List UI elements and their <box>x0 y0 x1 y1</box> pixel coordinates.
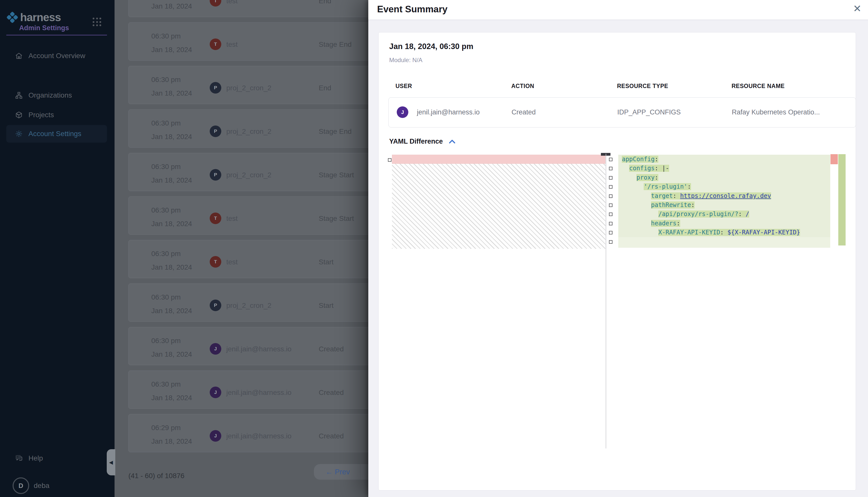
yaml-token: configs <box>629 165 655 172</box>
audit-row[interactable]: 06:29 pmJan 18, 2024Jjenil.jain@harness.… <box>128 414 381 452</box>
avatar: P <box>210 126 221 137</box>
module-subtitle: Admin Settings <box>19 24 69 32</box>
row-action: Created <box>319 345 344 353</box>
org-chart-icon <box>15 91 23 99</box>
sidebar-item-label: Projects <box>28 111 54 119</box>
audit-row[interactable]: 06:30 pmJan 18, 2024Jjenil.jain@harness.… <box>128 370 381 409</box>
diff-gutter-marker[interactable] <box>609 203 612 207</box>
yaml-link[interactable]: https://console.rafay.dev <box>680 193 771 199</box>
row-date: Jan 18, 2024 <box>151 263 192 271</box>
row-date: Jan 18, 2024 <box>151 89 192 97</box>
diff-gutter-marker[interactable] <box>609 158 612 161</box>
audit-row[interactable]: 06:30 pmJan 18, 2024TtestStage Start <box>128 196 381 235</box>
sidebar-item-account-settings[interactable]: Account Settings <box>6 125 107 143</box>
sidebar-item-account-overview[interactable]: Account Overview <box>6 47 107 65</box>
audit-row[interactable]: 06:30 pmJan 18, 2024Jjenil.jain@harness.… <box>128 327 381 365</box>
avatar: J <box>210 430 221 442</box>
audit-row[interactable]: 06:30 pmJan 18, 2024Pproj_2_cron_2End <box>128 66 381 104</box>
drawer-title: Event Summary <box>377 4 447 15</box>
yaml-token: |- <box>662 165 669 172</box>
avatar: T <box>210 256 221 268</box>
diff-added-line: appConfig: <box>618 155 830 164</box>
audit-row[interactable]: Jan 18, 2024TtestEnd <box>128 0 381 17</box>
audit-row[interactable]: 06:30 pmJan 18, 2024TtestStage End <box>128 23 381 61</box>
diff-gutter-marker[interactable] <box>609 176 612 180</box>
sidebar-item-help[interactable]: ? Help <box>6 450 107 467</box>
yaml-token: proxy <box>636 174 655 181</box>
avatar: T <box>210 213 221 224</box>
yaml-token: appConfig <box>622 156 655 163</box>
diff-added-line: pathRewrite: <box>618 200 830 210</box>
col-header-action: ACTION <box>511 83 534 89</box>
yaml-token: '/rs-plugin' <box>644 183 687 190</box>
diff-gutter-marker[interactable] <box>609 195 612 198</box>
diff-added-line: X-RAFAY-API-KEYID: ${X-RAFAY-API-KEYID} <box>618 228 830 237</box>
diff-added-line: '/rs-plugin': <box>618 182 830 191</box>
overview-ruler-removed-mark <box>830 154 838 164</box>
diff-gutter-marker[interactable] <box>609 185 612 189</box>
diff-gutter-marker[interactable] <box>609 222 612 225</box>
row-date: Jan 18, 2024 <box>151 220 192 228</box>
audit-row[interactable]: 06:30 pmJan 18, 2024Pproj_2_cron_2Stage … <box>128 153 381 191</box>
diff-gutter-marker[interactable] <box>388 158 391 162</box>
row-time: 06:30 pm <box>151 119 181 127</box>
sidebar-collapse-button[interactable]: ◀ <box>107 449 115 475</box>
audit-row[interactable]: 06:30 pmJan 18, 2024TtestStart <box>128 240 381 278</box>
diff-split-divider[interactable] <box>606 154 606 449</box>
row-action: Stage Start <box>319 171 354 179</box>
row-date: Jan 18, 2024 <box>151 437 192 445</box>
pagination-range: (41 - 60) of 10876 <box>128 472 184 480</box>
brand-underline <box>6 35 107 36</box>
event-summary-card: Jan 18, 2024, 06:30 pm Module: N/A USER … <box>378 32 856 491</box>
diff-gutter-marker[interactable] <box>609 213 612 216</box>
cube-icon <box>15 111 23 119</box>
prev-page-button[interactable]: ← Prev <box>326 468 350 476</box>
chevron-left-icon: ◀ <box>109 459 113 465</box>
diff-gutter-marker[interactable] <box>609 167 612 170</box>
diff-gutter-marker[interactable] <box>609 231 612 235</box>
row-date: Jan 18, 2024 <box>151 307 192 315</box>
yaml-difference-toggle[interactable]: YAML Difference <box>389 138 456 145</box>
sidebar-item-label: Account Overview <box>28 52 85 60</box>
row-user: test <box>226 215 238 223</box>
diff-added-line: target: https://console.rafay.dev <box>618 191 830 201</box>
yaml-token: : <box>720 229 728 236</box>
sidebar-item-projects[interactable]: Projects <box>6 106 107 124</box>
yaml-token: : <box>676 220 680 227</box>
user-menu[interactable]: D deba <box>13 478 49 494</box>
diff-added-line: proxy: <box>618 173 830 182</box>
audit-row[interactable]: 06:30 pmJan 18, 2024Pproj_2_cron_2Start <box>128 283 381 322</box>
diff-gutter-marker[interactable] <box>609 240 612 244</box>
row-action: Stage Start <box>319 215 354 223</box>
col-header-resource-type: RESOURCE TYPE <box>617 83 668 89</box>
row-user: test <box>226 41 238 48</box>
brand[interactable]: harness <box>6 11 61 24</box>
row-user: proj_2_cron_2 <box>226 128 271 136</box>
avatar: T <box>210 0 221 6</box>
harness-logo-icon <box>6 12 18 23</box>
help-chat-icon: ? <box>15 454 23 462</box>
row-action: Created <box>319 432 344 440</box>
row-time: 06:30 pm <box>151 32 181 40</box>
yaml-token: : <box>655 156 658 163</box>
diff-added-line: headers: <box>618 219 830 228</box>
row-date: Jan 18, 2024 <box>151 133 192 141</box>
user-name: deba <box>34 482 49 490</box>
row-action: Start <box>319 301 333 310</box>
cell-resource-name: Rafay Kubernetes Operatio... <box>732 109 820 116</box>
apps-grid-icon[interactable] <box>93 18 102 27</box>
row-date: Jan 18, 2024 <box>151 176 192 184</box>
row-time: 06:30 pm <box>151 76 181 84</box>
avatar: P <box>210 82 221 94</box>
yaml-token: X-RAFAY-API-KEYID <box>658 229 720 236</box>
col-header-user: USER <box>396 83 412 89</box>
row-user: jenil.jain@harness.io <box>226 432 291 440</box>
yaml-token: : <box>673 193 680 199</box>
close-icon[interactable]: ✕ <box>853 3 862 14</box>
chevron-up-icon <box>449 139 456 144</box>
sidebar-item-label: Account Settings <box>28 130 81 138</box>
sidebar-item-organizations[interactable]: Organizations <box>6 86 107 104</box>
audit-row[interactable]: 06:30 pmJan 18, 2024Pproj_2_cron_2Stage … <box>128 110 381 148</box>
row-action: Start <box>319 258 333 266</box>
row-action: Created <box>319 388 344 397</box>
